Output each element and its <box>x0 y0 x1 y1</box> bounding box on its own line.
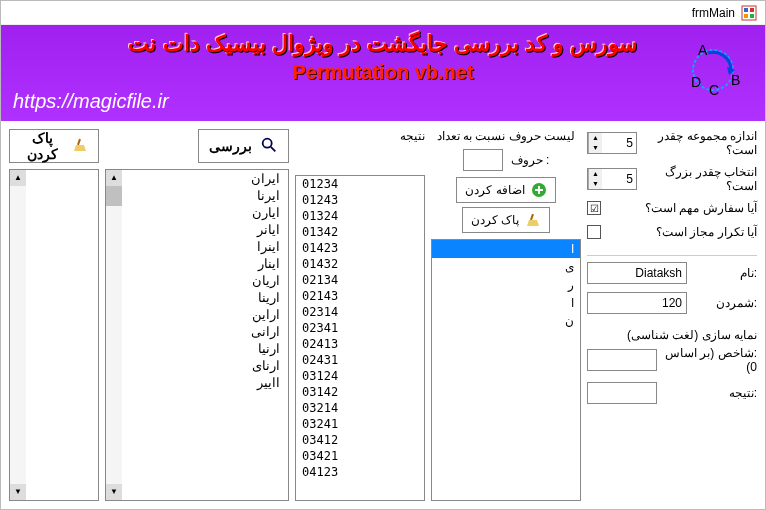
list-item[interactable]: ا <box>432 294 580 312</box>
list-item[interactable]: 03214 <box>296 400 424 416</box>
list-item[interactable]: 03124 <box>296 368 424 384</box>
list-item[interactable]: 01342 <box>296 224 424 240</box>
repeat-allowed-checkbox[interactable] <box>587 225 601 239</box>
list-item[interactable]: ایارن <box>122 204 288 221</box>
list-item[interactable]: 01432 <box>296 256 424 272</box>
list-item[interactable]: 01324 <box>296 208 424 224</box>
spin-down-icon[interactable]: ▼ <box>589 179 602 189</box>
scroll-track[interactable] <box>106 186 122 484</box>
list-item[interactable]: 03241 <box>296 416 424 432</box>
settings-panel: اندازه مجموعه چقدر است؟ ▲▼ انتخاب چقدر ب… <box>587 129 757 501</box>
result-panel: نتیجه 0123401243013240134201423014320213… <box>295 129 425 501</box>
spin-up-icon[interactable]: ▲ <box>589 133 602 143</box>
count-field[interactable] <box>587 292 687 314</box>
words-panel: بررسی ▲ ▼ ایرانایرناایارنایانراینرااینار… <box>105 129 289 501</box>
index-label: :شاخص (بر اساس 0) <box>663 346 757 374</box>
svg-rect-13 <box>535 189 543 191</box>
words-listbox[interactable]: ▲ ▼ ایرانایرناایارنایانراینراایناراریانا… <box>105 169 289 501</box>
words-scrollbar[interactable]: ▲ ▼ <box>106 170 122 500</box>
set-size-value[interactable] <box>602 133 636 153</box>
list-item[interactable]: 02413 <box>296 336 424 352</box>
svg-point-15 <box>263 138 272 147</box>
clear-panel: پاک کردن ▲ ▼ <box>9 129 99 501</box>
list-item[interactable]: 01423 <box>296 240 424 256</box>
list-item[interactable]: ایران <box>122 170 288 187</box>
list-item[interactable]: ر <box>432 276 580 294</box>
scroll-up-icon[interactable]: ▲ <box>10 170 26 186</box>
scroll-down-icon[interactable]: ▼ <box>106 484 122 500</box>
add-letter-label: اضافه کردن <box>465 183 524 197</box>
scroll-up-icon[interactable]: ▲ <box>106 170 122 186</box>
list-item[interactable]: 03142 <box>296 384 424 400</box>
selection-size-label: انتخاب چقدر بزرگ است؟ <box>643 165 757 193</box>
header-persian-title: سورس و کد بررسی جایگشت در ویژوال بیسیک د… <box>11 31 755 57</box>
indexing-title: نمایه سازی (لغت شناسی) <box>587 328 757 342</box>
letters-input[interactable] <box>463 149 503 171</box>
list-item[interactable]: ایرنا <box>122 187 288 204</box>
header-banner: سورس و کد بررسی جایگشت در ویژوال بیسیک د… <box>1 25 765 121</box>
main-window: frmMain سورس و کد بررسی جایگشت در ویژوال… <box>0 0 766 510</box>
empty-listbox[interactable]: ▲ ▼ <box>9 169 99 501</box>
set-size-input[interactable]: ▲▼ <box>587 132 637 154</box>
scroll-down-icon[interactable]: ▼ <box>10 484 26 500</box>
list-item[interactable]: ارنیا <box>122 340 288 357</box>
result-label: :نتیجه <box>663 386 757 400</box>
list-item[interactable]: ارانی <box>122 323 288 340</box>
list-item[interactable]: اینار <box>122 255 288 272</box>
svg-text:C: C <box>709 82 719 98</box>
order-matters-checkbox[interactable]: ☑ <box>587 201 601 215</box>
letters-listbox[interactable]: ایران <box>431 239 581 501</box>
order-matters-label: آیا سفارش مهم است؟ <box>609 201 757 215</box>
empty-scrollbar[interactable]: ▲ ▼ <box>10 170 26 500</box>
header-url: https://magicfile.ir <box>13 90 169 113</box>
list-item[interactable]: 02143 <box>296 288 424 304</box>
name-field[interactable] <box>587 262 687 284</box>
window-title: frmMain <box>692 6 735 20</box>
svg-rect-17 <box>77 138 81 144</box>
scroll-thumb[interactable] <box>106 186 122 206</box>
name-label: :نام <box>693 266 757 280</box>
list-item[interactable]: ااییر <box>122 374 288 391</box>
svg-text:A: A <box>698 42 708 58</box>
list-item[interactable]: 02134 <box>296 272 424 288</box>
list-item[interactable]: اینرا <box>122 238 288 255</box>
list-item[interactable]: ی <box>432 258 580 276</box>
letters-panel: لیست حروف نسبت به تعداد : حروف اضافه کرد… <box>431 129 581 501</box>
list-item[interactable]: 03412 <box>296 432 424 448</box>
list-item[interactable]: ا <box>432 240 580 258</box>
selection-size-input[interactable]: ▲▼ <box>587 168 637 190</box>
list-item[interactable]: 01243 <box>296 192 424 208</box>
list-item[interactable]: ارینا <box>122 289 288 306</box>
list-item[interactable]: ارنای <box>122 357 288 374</box>
titlebar: frmMain <box>1 1 765 25</box>
plus-icon <box>531 182 547 198</box>
set-size-label: اندازه مجموعه چقدر است؟ <box>643 129 757 157</box>
list-item[interactable]: 04123 <box>296 464 424 480</box>
selection-size-value[interactable] <box>602 169 636 189</box>
add-letter-button[interactable]: اضافه کردن <box>456 177 555 203</box>
result-listbox[interactable]: 0123401243013240134201423014320213402143… <box>295 175 425 501</box>
scroll-track[interactable] <box>10 186 26 484</box>
svg-rect-14 <box>530 214 534 220</box>
index-field[interactable] <box>587 349 657 371</box>
list-item[interactable]: ن <box>432 312 580 330</box>
result-field[interactable] <box>587 382 657 404</box>
svg-text:D: D <box>691 74 701 90</box>
clear-all-button[interactable]: پاک کردن <box>9 129 99 163</box>
list-item[interactable]: 02431 <box>296 352 424 368</box>
clear-letters-button[interactable]: پاک کردن <box>462 207 550 233</box>
letters-input-label: : حروف <box>511 153 550 167</box>
check-button[interactable]: بررسی <box>198 129 289 163</box>
search-icon <box>260 136 278 157</box>
spin-up-icon[interactable]: ▲ <box>589 169 602 179</box>
list-item[interactable]: 03421 <box>296 448 424 464</box>
list-item[interactable]: اراین <box>122 306 288 323</box>
broom-icon <box>525 212 541 228</box>
list-item[interactable]: ایانر <box>122 221 288 238</box>
list-item[interactable]: 02314 <box>296 304 424 320</box>
spin-down-icon[interactable]: ▼ <box>589 143 602 153</box>
list-item[interactable]: 01234 <box>296 176 424 192</box>
list-item[interactable]: 02341 <box>296 320 424 336</box>
list-item[interactable]: اریان <box>122 272 288 289</box>
header-english-title: Permutation vb.net <box>11 61 755 84</box>
